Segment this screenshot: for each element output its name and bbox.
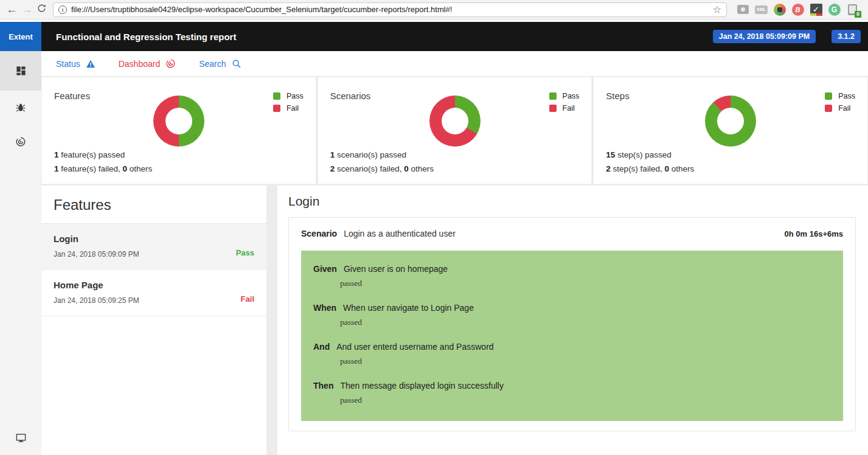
step-status: passed xyxy=(340,279,831,288)
tab-dashboard[interactable]: Dashboard xyxy=(119,58,176,69)
feature-detail-panel: Login Scenario Login as a authenticated … xyxy=(277,186,868,455)
monitor-icon xyxy=(15,432,27,443)
feature-list-item-login[interactable]: Login Jan 24, 2018 05:09:09 PM Pass xyxy=(41,224,266,270)
features-summary-card: Features Pass Fail 1 feature(s) passed 1… xyxy=(41,77,316,184)
scenario-header[interactable]: Scenario Login as a authenticated user 0… xyxy=(301,229,843,238)
feature-name: Login xyxy=(54,234,254,244)
feature-list-item-home-page[interactable]: Home Page Jan 24, 2018 05:09:25 PM Fail xyxy=(41,270,266,316)
extension-icons: XML B ✓ G 0 ⋮⋮ xyxy=(737,3,868,16)
card-stats: 1 feature(s) passed 1 feature(s) failed,… xyxy=(54,148,152,176)
pass-legend-label: Pass xyxy=(563,92,580,100)
track-changes-icon xyxy=(15,136,26,147)
scenarios-donut-chart xyxy=(429,96,481,147)
view-switcher: Status Dashboard Search xyxy=(41,51,868,77)
report-timestamp-badge: Jan 24, 2018 05:09:09 PM xyxy=(713,30,816,43)
report-header: Extent Functional and Regression Testing… xyxy=(0,22,868,51)
bug-icon xyxy=(15,102,26,113)
donut-hole xyxy=(165,108,192,134)
step-status: passed xyxy=(340,356,831,366)
dashboard-swirl-icon xyxy=(165,58,176,69)
donut-hole xyxy=(717,108,744,134)
chart-legend: Pass Fail xyxy=(549,92,580,116)
chart-legend: Pass Fail xyxy=(825,92,855,116)
dashboard-grid-icon xyxy=(15,65,27,77)
step-then: Then Then message displayed login succes… xyxy=(313,381,831,405)
chart-legend: Pass Fail xyxy=(273,92,304,116)
step-keyword: Given xyxy=(313,264,337,274)
tab-search-label: Search xyxy=(199,59,226,69)
page-info-icon[interactable]: i xyxy=(58,5,67,14)
scenario-keyword: Scenario xyxy=(301,229,337,238)
panel-gap xyxy=(266,186,277,455)
step-when: When When user navigate to Login Page pa… xyxy=(313,303,831,327)
step-keyword: And xyxy=(313,342,330,352)
feature-status-badge: Pass xyxy=(236,248,254,257)
browser-toolbar: ← → i file:///Users/truptibhosale0429/ec… xyxy=(0,0,868,19)
pass-legend-swatch xyxy=(273,92,280,100)
card-stats: 1 scenario(s) passed 2 scenario(s) faile… xyxy=(330,148,434,176)
tab-dashboard-label: Dashboard xyxy=(119,59,161,69)
card-title: Features xyxy=(54,91,90,101)
fail-legend-label: Fail xyxy=(563,104,575,113)
card-stats: 15 step(s) passed 2 step(s) failed, 0 ot… xyxy=(606,148,694,176)
fail-legend-swatch xyxy=(825,105,832,112)
donut-hole xyxy=(442,108,468,134)
pass-legend-label: Pass xyxy=(286,92,304,100)
fail-legend-swatch xyxy=(549,105,557,112)
pass-legend-swatch xyxy=(549,92,557,100)
feature-date: Jan 24, 2018 05:09:25 PM xyxy=(54,296,254,305)
search-icon xyxy=(232,59,241,69)
reload-icon[interactable] xyxy=(36,1,47,19)
step-given: Given Given user is on homepage passed xyxy=(313,264,831,288)
features-panel-title: Features xyxy=(41,186,266,224)
warning-triangle-icon xyxy=(86,60,95,68)
back-icon[interactable]: ← xyxy=(6,1,18,19)
rings-extension-icon[interactable] xyxy=(773,3,786,16)
step-text: And user enterd username and Password xyxy=(336,342,493,352)
summary-charts-row: Features Pass Fail 1 feature(s) passed 1… xyxy=(41,77,868,184)
step-keyword: Then xyxy=(313,381,333,391)
card-title: Steps xyxy=(606,91,629,101)
step-status: passed xyxy=(340,395,831,405)
version-badge: 3.1.2 xyxy=(832,30,861,43)
tab-search[interactable]: Search xyxy=(199,59,241,69)
pass-legend-swatch xyxy=(825,92,832,100)
step-text: When user navigate to Login Page xyxy=(343,303,474,313)
forward-icon[interactable]: → xyxy=(21,1,33,19)
screenshot-extension-icon[interactable] xyxy=(737,3,749,16)
sidebar xyxy=(0,51,41,455)
step-keyword: When xyxy=(313,303,336,313)
sidebar-item-display[interactable] xyxy=(0,421,41,455)
browser-menu-icon[interactable]: ⋮⋮ xyxy=(864,5,868,14)
step-text: Then message displayed login successfull… xyxy=(340,381,503,391)
report-title: Functional and Regression Testing report xyxy=(56,32,236,42)
pass-legend-label: Pass xyxy=(838,92,855,100)
feature-date: Jan 24, 2018 05:09:09 PM xyxy=(54,250,254,259)
features-donut-chart xyxy=(153,96,204,147)
sidebar-item-testrunner-logs[interactable] xyxy=(0,125,41,159)
sidebar-spacer xyxy=(0,159,41,421)
sidebar-item-exceptions[interactable] xyxy=(0,91,41,125)
feature-name: Home Page xyxy=(54,280,254,290)
features-list-panel: Features Login Jan 24, 2018 05:09:09 PM … xyxy=(41,186,266,455)
step-text: Given user is on homepage xyxy=(344,264,448,274)
steps-donut-chart xyxy=(705,96,756,147)
extent-logo[interactable]: Extent xyxy=(0,22,41,51)
tab-status-label: Status xyxy=(56,59,80,69)
clipboard-extension-icon[interactable]: 0 xyxy=(846,3,859,16)
xml-extension-icon[interactable]: XML xyxy=(755,3,768,16)
bookmark-star-icon[interactable]: ☆ xyxy=(713,4,721,15)
steps-summary-card: Steps Pass Fail 15 step(s) passed 2 step… xyxy=(593,77,868,184)
sidebar-item-dashboard[interactable] xyxy=(0,51,41,91)
url-text[interactable]: file:///Users/truptibhosale0429/eclipse-… xyxy=(71,5,709,14)
checkmark-extension-icon[interactable]: ✓ xyxy=(810,3,822,16)
grammarly-extension-icon[interactable]: G xyxy=(828,3,841,16)
tab-status[interactable]: Status xyxy=(56,59,95,69)
fail-legend-label: Fail xyxy=(838,104,850,113)
scenarios-summary-card: Scenarios Pass Fail 1 scenario(s) passed… xyxy=(318,77,592,184)
scenario-name: Login as a authenticated user xyxy=(344,229,456,238)
url-bar[interactable]: i file:///Users/truptibhosale0429/eclips… xyxy=(53,2,727,17)
scenario-duration: 0h 0m 16s+6ms xyxy=(785,229,843,238)
b-extension-icon[interactable]: B xyxy=(791,3,804,16)
fail-legend-swatch xyxy=(273,105,280,112)
